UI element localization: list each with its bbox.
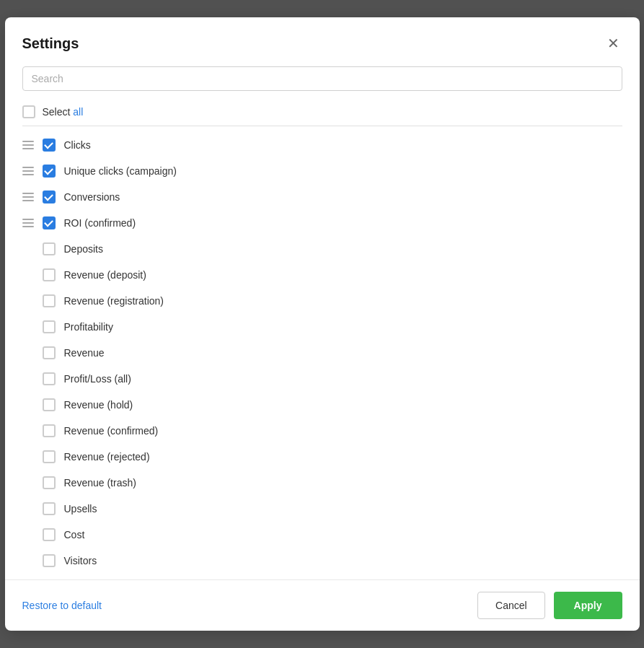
list-item: Deposits — [5, 236, 640, 262]
item-label-revenue-rejected: Revenue (rejected) — [64, 451, 150, 463]
item-label-revenue: Revenue — [64, 347, 105, 359]
item-label-roi-confirmed: ROI (confirmed) — [64, 217, 136, 229]
item-checkbox-revenue-hold[interactable] — [43, 398, 56, 411]
list-item: Revenue (hold) — [5, 392, 640, 418]
footer-actions: Cancel Apply — [477, 592, 622, 619]
drag-handle[interactable] — [22, 141, 34, 149]
close-button[interactable]: ✕ — [604, 32, 622, 55]
item-checkbox-revenue-confirmed[interactable] — [43, 424, 56, 437]
item-checkbox-profitability[interactable] — [43, 320, 56, 333]
list-item: Revenue (trash) — [5, 470, 640, 496]
item-checkbox-visitors[interactable] — [43, 554, 56, 567]
item-checkbox-deposits[interactable] — [43, 242, 56, 255]
item-label-visitors: Visitors — [64, 555, 97, 566]
select-all-label: Select all — [43, 106, 84, 118]
modal-header: Settings ✕ — [5, 17, 640, 66]
drag-handle[interactable] — [22, 167, 34, 175]
item-label-upsells: Upsells — [64, 503, 97, 515]
item-checkbox-cost[interactable] — [43, 528, 56, 541]
items-list: Clicks Unique clicks (campaign) Conversi… — [5, 126, 640, 579]
item-label-revenue-hold: Revenue (hold) — [64, 399, 133, 411]
list-item: Upsells — [5, 496, 640, 522]
drag-handle[interactable] — [22, 219, 34, 227]
list-item: ROI (confirmed) — [5, 210, 640, 236]
list-item: Revenue (rejected) — [5, 444, 640, 470]
restore-default-button[interactable]: Restore to default — [22, 600, 102, 611]
drag-handle[interactable] — [22, 193, 34, 201]
item-checkbox-profit-loss-all[interactable] — [43, 372, 56, 385]
item-checkbox-revenue-registration[interactable] — [43, 294, 56, 307]
item-checkbox-revenue-deposit[interactable] — [43, 268, 56, 281]
cancel-button[interactable]: Cancel — [477, 592, 545, 619]
item-checkbox-revenue-trash[interactable] — [43, 476, 56, 489]
item-checkbox-clicks[interactable] — [43, 139, 56, 152]
list-item: Revenue — [5, 340, 640, 366]
item-checkbox-revenue-rejected[interactable] — [43, 450, 56, 463]
item-label-profitability: Profitability — [64, 321, 113, 333]
list-item: Revenue (registration) — [5, 288, 640, 314]
item-checkbox-roi-confirmed[interactable] — [43, 216, 56, 229]
item-label-unique-clicks: Unique clicks (campaign) — [64, 165, 177, 177]
item-label-deposits: Deposits — [64, 243, 103, 255]
apply-button[interactable]: Apply — [554, 592, 622, 619]
list-item: Unique clicks (campaign) — [5, 158, 640, 184]
item-label-cost: Cost — [64, 529, 85, 540]
list-item: Conversions — [5, 184, 640, 210]
item-checkbox-revenue[interactable] — [43, 346, 56, 359]
list-item: Profit/Loss (all) — [5, 366, 640, 392]
modal-title: Settings — [22, 35, 79, 52]
item-label-profit-loss-all: Profit/Loss (all) — [64, 373, 131, 385]
list-item: Clicks — [5, 132, 640, 158]
item-checkbox-upsells[interactable] — [43, 502, 56, 515]
settings-modal: Settings ✕ Select all Clicks Unique clic… — [5, 17, 640, 631]
modal-overlay: Settings ✕ Select all Clicks Unique clic… — [0, 0, 644, 648]
item-label-revenue-deposit: Revenue (deposit) — [64, 269, 146, 281]
item-label-revenue-registration: Revenue (registration) — [64, 295, 164, 307]
item-label-conversions: Conversions — [64, 191, 120, 203]
select-all-checkbox[interactable] — [22, 105, 35, 118]
list-item: Revenue (deposit) — [5, 262, 640, 288]
item-checkbox-conversions[interactable] — [43, 191, 56, 203]
list-item: Profitability — [5, 314, 640, 340]
modal-footer: Restore to default Cancel Apply — [5, 579, 640, 631]
list-item: Revenue (confirmed) — [5, 418, 640, 444]
item-label-clicks: Clicks — [64, 139, 91, 151]
item-label-revenue-trash: Revenue (trash) — [64, 477, 136, 489]
list-item: Cost — [5, 522, 640, 548]
item-label-revenue-confirmed: Revenue (confirmed) — [64, 425, 159, 437]
select-all-row: Select all — [5, 100, 640, 126]
search-input[interactable] — [22, 66, 622, 91]
item-checkbox-unique-clicks[interactable] — [43, 165, 56, 178]
search-container — [5, 66, 640, 100]
list-item: Visitors — [5, 548, 640, 574]
